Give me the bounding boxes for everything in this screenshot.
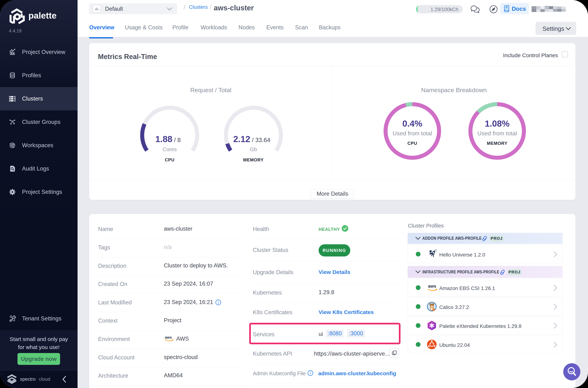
svg-text:aws: aws bbox=[165, 335, 172, 339]
svg-text:aws: aws bbox=[428, 284, 436, 289]
